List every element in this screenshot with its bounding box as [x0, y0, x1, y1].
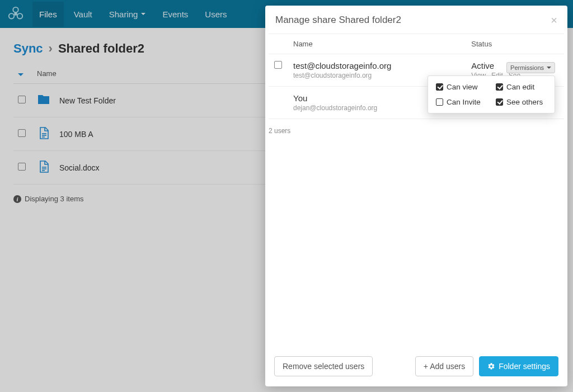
checkbox-icon[interactable]	[496, 83, 503, 91]
folder-settings-label: Folder settings	[499, 362, 550, 371]
remove-users-button[interactable]: Remove selected users	[274, 356, 373, 376]
folder-settings-button[interactable]: Folder settings	[479, 356, 558, 376]
checkbox-icon[interactable]	[436, 83, 443, 91]
permission-option[interactable]: Can view	[436, 83, 487, 91]
checkbox-icon[interactable]	[496, 98, 503, 106]
checkbox-icon[interactable]	[436, 98, 443, 106]
permission-label: Can edit	[506, 83, 534, 91]
permission-label: See others	[506, 98, 543, 106]
manage-share-modal: Manage share Shared folder2 × Name Statu…	[265, 6, 567, 386]
modal-header: Manage share Shared folder2 ×	[265, 6, 567, 34]
column-header-name: Name	[288, 34, 466, 54]
gear-icon	[487, 362, 495, 370]
modal-title: Manage share Shared folder2	[275, 15, 401, 26]
row-checkbox[interactable]	[274, 61, 282, 69]
close-icon[interactable]: ×	[551, 15, 557, 26]
modal-footer: Remove selected users + Add users Folder…	[265, 348, 567, 386]
permission-option[interactable]: Can edit	[496, 83, 547, 91]
share-users-table: Name Status test@cloudstorageinfo.orgtes…	[269, 34, 564, 119]
user-count: 2 users	[265, 119, 567, 135]
permission-label: Can Invite	[447, 98, 481, 106]
add-users-button[interactable]: + Add users	[415, 356, 473, 376]
column-header-status: Status	[466, 34, 564, 54]
permissions-button[interactable]: Permissions	[506, 62, 555, 73]
permission-option[interactable]: See others	[496, 98, 547, 106]
caret-down-icon	[547, 67, 551, 69]
permission-label: Can view	[447, 83, 478, 91]
user-display-name: test@cloudstorageinfo.org	[293, 61, 460, 70]
share-user-row: test@cloudstorageinfo.orgtest@cloudstora…	[269, 54, 564, 87]
permission-option[interactable]: Can Invite	[436, 98, 487, 106]
permissions-popover: Can viewCan editCan InviteSee others	[428, 75, 555, 114]
